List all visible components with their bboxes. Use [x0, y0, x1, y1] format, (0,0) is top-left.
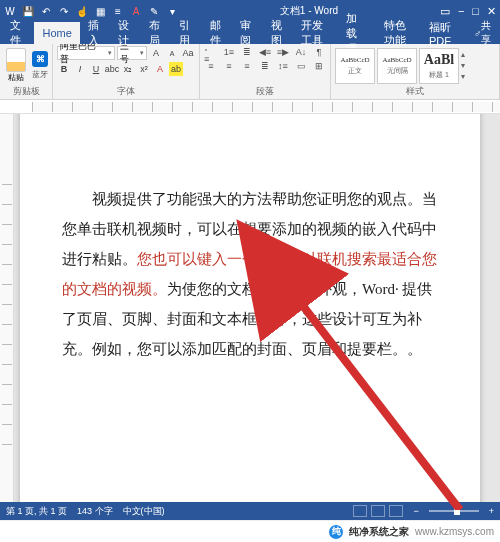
- tab-mailings[interactable]: 邮件: [202, 22, 232, 44]
- align-left-icon[interactable]: ≡: [204, 60, 218, 72]
- numbering-icon[interactable]: 1≡: [222, 46, 236, 58]
- shrink-font-icon[interactable]: A: [165, 46, 179, 60]
- zoom-slider[interactable]: [429, 510, 479, 512]
- quick-access-toolbar: W 💾 ↶ ↷ ☝ ▦ ≡ A ✎ ▾: [4, 5, 178, 17]
- table-icon[interactable]: ▦: [94, 5, 106, 17]
- watermark-text: 纯净系统之家: [349, 525, 409, 539]
- styles-more-icon[interactable]: ▾: [461, 72, 465, 81]
- horizontal-ruler[interactable]: [0, 100, 500, 114]
- tab-layout[interactable]: 布局: [141, 22, 171, 44]
- paste-button[interactable]: 粘贴: [4, 48, 28, 83]
- ribbon-group-clipboard: 粘贴 ⌘ 蓝牙 剪贴板: [0, 44, 53, 99]
- tab-review[interactable]: 审阅: [232, 22, 262, 44]
- tab-references[interactable]: 引用: [171, 22, 201, 44]
- tab-foxit-pdf[interactable]: 福昕PDF: [421, 22, 466, 44]
- decrease-indent-icon[interactable]: ◀≡: [258, 46, 272, 58]
- status-bar: 第 1 页, 共 1 页 143 个字 中文(中国) − +: [0, 502, 500, 520]
- watermark-logo-icon: 纯: [329, 525, 343, 539]
- tab-insert[interactable]: 插入: [80, 22, 110, 44]
- line-spacing-icon[interactable]: ↕≡: [276, 60, 290, 72]
- clear-format-icon[interactable]: Aa: [181, 46, 195, 60]
- watermark-bar: 纯 纯净系统之家 www.kzmsys.com: [0, 520, 500, 542]
- ribbon-options-icon[interactable]: ▭: [440, 5, 450, 18]
- zoom-in-button[interactable]: +: [489, 506, 494, 516]
- touch-mode-icon[interactable]: ☝: [76, 5, 88, 17]
- page-indicator[interactable]: 第 1 页, 共 1 页: [6, 505, 67, 518]
- bluetooth-icon[interactable]: ⌘: [32, 51, 48, 67]
- close-icon[interactable]: ✕: [487, 5, 496, 18]
- more-qat-icon[interactable]: ▾: [166, 5, 178, 17]
- web-layout-icon[interactable]: [389, 505, 403, 517]
- style-no-spacing[interactable]: AaBbCcD 无间隔: [377, 48, 417, 84]
- align-center-icon[interactable]: ≡: [222, 60, 236, 72]
- align-icon[interactable]: ≡: [112, 5, 124, 17]
- print-layout-icon[interactable]: [371, 505, 385, 517]
- styles-up-icon[interactable]: ▴: [461, 50, 465, 59]
- document-title: 文档1 - Word: [178, 4, 440, 18]
- tab-developer[interactable]: 开发工具: [293, 22, 338, 44]
- window-controls: ▭ − □ ✕: [440, 5, 496, 18]
- tab-addins[interactable]: 加载项: [338, 22, 376, 44]
- file-tab[interactable]: 文件: [0, 22, 34, 44]
- ribbon-group-paragraph: 。≡ 1≡ ≣ ◀≡ ≡▶ A↓ ¶ ≡ ≡ ≡ ≣ ↕≡ ▭ ⊞ 段落: [200, 44, 331, 99]
- style-heading1[interactable]: AaBl 标题 1: [419, 48, 459, 84]
- font-color-button[interactable]: A: [153, 62, 167, 76]
- bluetooth-label: 蓝牙: [32, 69, 48, 80]
- increase-indent-icon[interactable]: ≡▶: [276, 46, 290, 58]
- sort-icon[interactable]: A↓: [294, 46, 308, 58]
- language-indicator[interactable]: 中文(中国): [123, 505, 165, 518]
- justify-icon[interactable]: ≣: [258, 60, 272, 72]
- clipboard-group-label: 剪贴板: [4, 85, 48, 99]
- document-page[interactable]: 视频提供了功能强大的方法帮助您证明您的观点。当您单击联机视频时，可以在想要添加的…: [20, 114, 480, 510]
- grow-font-icon[interactable]: A: [149, 46, 163, 60]
- font-size-select[interactable]: 三号: [117, 46, 147, 60]
- font-color-icon[interactable]: A: [130, 5, 142, 17]
- ribbon-group-font: 阿里巴巴普 三号 A A Aa B I U abc x₂ x² A ab 字体: [53, 44, 200, 99]
- font-name-select[interactable]: 阿里巴巴普: [57, 46, 115, 60]
- tab-special[interactable]: 特色功能: [376, 22, 421, 44]
- tab-view[interactable]: 视图: [263, 22, 293, 44]
- maximize-icon[interactable]: □: [472, 5, 479, 18]
- undo-icon[interactable]: ↶: [40, 5, 52, 17]
- zoom-out-button[interactable]: −: [413, 506, 418, 516]
- tab-home[interactable]: Home: [34, 22, 79, 44]
- bullets-icon[interactable]: 。≡: [204, 46, 218, 58]
- paragraph-group-label: 段落: [204, 85, 326, 99]
- ribbon-tabs: 文件 Home 插入 设计 布局 引用 邮件 审阅 视图 开发工具 加载项 特色…: [0, 22, 500, 44]
- strikethrough-icon[interactable]: abc: [105, 62, 119, 76]
- style-normal[interactable]: AaBbCcD 正文: [335, 48, 375, 84]
- align-right-icon[interactable]: ≡: [240, 60, 254, 72]
- ribbon-group-styles: AaBbCcD 正文 AaBbCcD 无间隔 AaBl 标题 1 ▴ ▾ ▾ 样…: [331, 44, 500, 99]
- tab-design[interactable]: 设计: [110, 22, 140, 44]
- redo-icon[interactable]: ↷: [58, 5, 70, 17]
- highlight-button[interactable]: ab: [169, 62, 183, 76]
- document-area: 视频提供了功能强大的方法帮助您证明您的观点。当您单击联机视频时，可以在想要添加的…: [0, 114, 500, 510]
- format-painter-icon[interactable]: ✎: [148, 5, 160, 17]
- styles-down-icon[interactable]: ▾: [461, 61, 465, 70]
- save-icon[interactable]: 💾: [22, 5, 34, 17]
- ribbon: 粘贴 ⌘ 蓝牙 剪贴板 阿里巴巴普 三号 A A Aa B I U abc x₂: [0, 44, 500, 100]
- minimize-icon[interactable]: −: [458, 5, 464, 18]
- font-group-label: 字体: [57, 85, 195, 99]
- superscript-icon[interactable]: x²: [137, 62, 151, 76]
- show-marks-icon[interactable]: ¶: [312, 46, 326, 58]
- borders-icon[interactable]: ⊞: [312, 60, 326, 72]
- document-body-text[interactable]: 视频提供了功能强大的方法帮助您证明您的观点。当您单击联机视频时，可以在想要添加的…: [62, 184, 438, 364]
- read-mode-icon[interactable]: [353, 505, 367, 517]
- watermark-url: www.kzmsys.com: [415, 526, 494, 537]
- paste-icon: [6, 48, 26, 72]
- shading-icon[interactable]: ▭: [294, 60, 308, 72]
- vertical-ruler[interactable]: [0, 114, 14, 510]
- word-icon: W: [4, 5, 16, 17]
- styles-group-label: 样式: [335, 85, 495, 99]
- share-button[interactable]: ♂ 共享: [466, 22, 500, 44]
- multilevel-icon[interactable]: ≣: [240, 46, 254, 58]
- word-count[interactable]: 143 个字: [77, 505, 113, 518]
